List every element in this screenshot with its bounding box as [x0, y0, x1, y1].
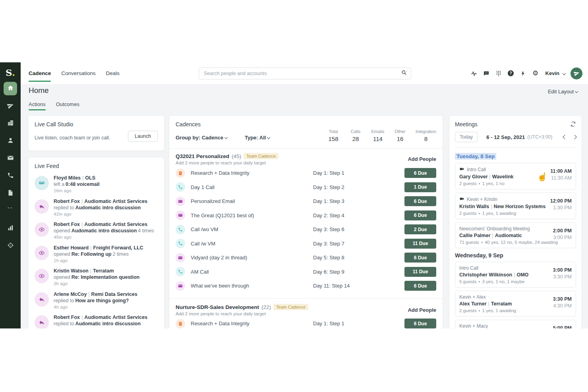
search-input[interactable] — [199, 71, 401, 76]
sidebar-item-people[interactable] — [4, 134, 17, 148]
meeting-card[interactable]: Intro Call Christopher Wilkinson|OMO 5 g… — [455, 262, 576, 288]
due-button[interactable]: 6 Due — [404, 281, 436, 291]
question-glyph: ? — [508, 70, 514, 76]
feed-action: replied to — [54, 298, 74, 303]
sidebar-item-quotes[interactable]: “ — [4, 204, 17, 218]
feed-item-body: Arlene McCoy|Remi Data Services replied … — [54, 292, 137, 315]
cadence-step-row[interactable]: Vidyard (day 2 in thread) Day 5: Step 8 … — [176, 251, 436, 265]
feed-item[interactable]: Robert Fox|Audiomatic Artist Services re… — [35, 315, 160, 328]
feed-person-name: Esther Howard — [54, 245, 89, 251]
cadence-group-name[interactable]: Q32021 Personalized — [176, 153, 229, 159]
feed-action: replied to — [54, 321, 74, 326]
stat-total: Total158 — [327, 129, 340, 142]
due-button[interactable]: 11 Due — [404, 267, 436, 277]
due-button[interactable]: 1 Due — [404, 182, 436, 192]
screenshot-canvas: S. “ Caden — [0, 0, 588, 392]
sidebar-item-accounts[interactable] — [4, 117, 17, 130]
user-avatar[interactable] — [571, 68, 582, 79]
sidebar-item-cadences[interactable] — [4, 99, 17, 113]
feed-person-name: Robert Fox — [54, 222, 80, 227]
sidebar-item-analytics[interactable] — [4, 222, 17, 235]
task-icon — [176, 319, 185, 328]
meetings-card: Meetings Today 6 - 12 Sep, 2021 (UTC+3:0… — [449, 115, 582, 328]
due-button[interactable]: 6 Due — [404, 196, 436, 206]
search-icon[interactable] — [401, 70, 407, 77]
pipe-separator: | — [90, 245, 91, 251]
add-people-button[interactable]: Add People — [408, 156, 436, 162]
due-button[interactable]: 6 Due — [404, 168, 436, 178]
launch-button[interactable]: Launch — [128, 131, 158, 142]
group-by-dropdown[interactable]: Group by: Cadence — [176, 135, 227, 141]
primary-nav: Cadence Conversations Deals — [29, 62, 120, 84]
cadence-step-row[interactable]: What we've been through Day 11: Step 14 … — [176, 279, 436, 293]
feed-item[interactable]: Arlene McCoy|Remi Data Services replied … — [35, 292, 160, 315]
cadence-step-row[interactable]: Call /wo VM Day 3: Step 6 2 Due — [176, 222, 436, 237]
meeting-card[interactable]: Kevin + Macy Macy Dalton|Freight Forward… — [455, 320, 576, 328]
sidebar-item-documents[interactable] — [4, 187, 17, 200]
meeting-title: Intro Call — [459, 265, 478, 271]
due-button[interactable]: 6 Due — [404, 253, 436, 263]
step-title: AM Call — [191, 269, 313, 275]
type-dropdown[interactable]: Type: All — [245, 135, 270, 141]
meeting-card[interactable]: Intro Call Gary Glover|Wavelink 2 guests… — [455, 163, 576, 189]
email-icon — [176, 253, 185, 263]
edit-layout-button[interactable]: Edit Layout — [548, 89, 578, 95]
add-people-button[interactable]: Add People — [408, 307, 436, 313]
chevron-left-icon[interactable] — [563, 135, 567, 139]
cadence-step-row[interactable]: The Great (Q12021 best of) Day 2: Step 4… — [176, 209, 436, 223]
chat-icon[interactable] — [483, 70, 490, 77]
cadence-step-row[interactable]: Research + Data Integrity Day 1: Step 1 … — [176, 317, 436, 328]
due-button[interactable]: 2 Due — [404, 224, 436, 234]
due-button[interactable]: 6 Due — [404, 319, 436, 328]
sidebar-item-home[interactable] — [4, 82, 17, 95]
cadence-step-row[interactable]: Research + Data Integrity Day 1: Step 1 … — [176, 166, 436, 180]
cadence-step-row[interactable]: Day 1 Call Day 1: Step 2 1 Due — [176, 180, 436, 195]
meeting-card[interactable]: Kevin + Kristin Kristin Walls|New Horizo… — [455, 193, 576, 219]
sidebar-item-email[interactable] — [4, 152, 17, 165]
chevron-right-icon[interactable] — [572, 135, 576, 139]
cadence-step-row[interactable]: Personalized Email Day 1: Step 3 6 Due — [176, 194, 436, 209]
tab-outcomes[interactable]: Outcomes — [56, 101, 79, 110]
nav-tab-cadence[interactable]: Cadence — [29, 62, 51, 84]
nav-tab-conversations[interactable]: Conversations — [61, 62, 95, 84]
feed-item[interactable]: Floyd Miles|OLS left a0:48 voicemail 16m… — [35, 175, 160, 199]
sync-icon[interactable] — [570, 121, 576, 129]
tab-actions[interactable]: Actions — [29, 101, 46, 110]
reply-icon — [35, 292, 49, 307]
help-icon[interactable]: ? — [507, 70, 514, 77]
sidebar-item-phone[interactable] — [4, 169, 17, 183]
app-logo[interactable]: S. — [6, 67, 15, 78]
meeting-start: 3:30 PM — [553, 296, 572, 302]
sidebar-item-targets[interactable] — [4, 239, 17, 253]
feed-item[interactable]: Kristin Watson|Terratam openedRe: Implem… — [35, 268, 160, 292]
feed-item[interactable]: Robert Fox|Audiomatic Artist Services re… — [35, 199, 160, 222]
meeting-card[interactable]: Kevin + Alex Alex Turner|Terratam 2 gues… — [455, 291, 576, 317]
lightning-icon[interactable] — [520, 70, 527, 77]
due-button[interactable]: 6 Due — [404, 210, 436, 220]
activity-icon[interactable] — [470, 70, 478, 77]
live-call-studio-card: Live Call Studio Live listen, coach team… — [28, 115, 164, 151]
feed-item-body: Floyd Miles|OLS left a0:48 voicemail 16m… — [54, 175, 101, 199]
meetings-controls: Today 6 - 12 Sep, 2021 (UTC+3:00) — [455, 131, 576, 143]
feed-timestamp: 4h ago — [54, 305, 137, 309]
due-button[interactable]: 11 Due — [404, 239, 436, 249]
dot-separator: • — [478, 279, 480, 284]
cadence-step-row[interactable]: AM Call Day 6: Step 9 11 Due — [176, 265, 436, 279]
step-title: Call /w VM — [191, 241, 313, 247]
feed-item[interactable]: Esther Howard|Freight Forward, LLC opene… — [35, 245, 160, 268]
meeting-card[interactable]: Newcomers' Onboarding Meeting Callie Pal… — [455, 222, 576, 248]
nav-tab-deals[interactable]: Deals — [106, 62, 120, 84]
feed-item[interactable]: Robert Fox|Audiomatic Artist Services op… — [35, 222, 160, 245]
today-button[interactable]: Today — [455, 132, 478, 142]
dot-separator: • — [478, 211, 480, 216]
group-by-value: Group by: Cadence — [176, 135, 223, 141]
feed-timestamp: 3h ago — [54, 281, 141, 286]
meeting-company: OMO — [516, 272, 528, 278]
step-day: Day 1: Step 1 — [313, 321, 404, 326]
settings-gear-icon[interactable]: ⚙ — [532, 70, 539, 77]
dialpad-icon[interactable] — [495, 70, 502, 77]
meeting-rsvp: 3 yes, 1 no, 1 maybe — [482, 279, 525, 284]
user-menu[interactable]: Kevin — [545, 70, 565, 76]
cadence-group-name[interactable]: Nurture-SDR-Sales Development — [176, 304, 259, 310]
cadence-step-row[interactable]: Call /w VM Day 3: Step 7 11 Due — [176, 237, 436, 251]
